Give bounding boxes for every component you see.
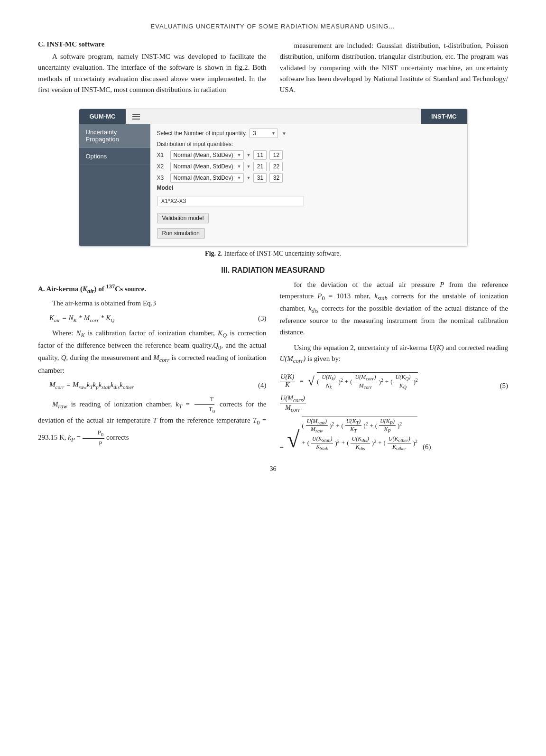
x1-n2[interactable]: 12 (269, 150, 283, 160)
sw-body: Uncertainty Propagation Options Select t… (79, 124, 467, 246)
eq4-number: (4) (258, 381, 267, 389)
model-input-row: X1*X2-X3 (157, 194, 461, 208)
dist-label-row: Distribution of input quantities: (157, 141, 461, 148)
qty-dropdown[interactable]: 3 (250, 129, 278, 138)
x3-row: X3 Normal (Mean, StdDev) ▼ 31 32 (157, 173, 461, 183)
dist-label: Distribution of input quantities: (157, 141, 233, 148)
x1-row: X1 Normal (Mean, StdDev) ▼ 11 12 (157, 150, 461, 160)
left-intro-text: A software program, namely INST-MC was d… (38, 51, 267, 95)
x2-select-wrap: Normal (Mean, StdDev) (170, 162, 244, 171)
sw-header: GUM-MC INST-MC (79, 109, 467, 124)
x3-n2[interactable]: 32 (269, 173, 283, 183)
x3-n1[interactable]: 31 (253, 173, 267, 183)
section-3-label: III. RADIATION MEASURAND (221, 266, 324, 274)
equation-3: Kair = NK * Mcorr * KQ (49, 314, 114, 323)
right-para-2: Using the equation 2, uncertainty of air… (280, 342, 509, 366)
sw-sidebar: Uncertainty Propagation Options (79, 124, 150, 246)
right-intro-col: measurement are included: Gaussian distr… (280, 40, 509, 95)
right-para-1: for the deviation of the actual air pres… (280, 279, 509, 338)
x1-dist-select[interactable]: Normal (Mean, StdDev) (170, 150, 244, 160)
eq6-rhs: = √ ( U(Mraw) Mraw )2 + ( (280, 416, 509, 452)
page-header: EVALUATING UNCERTAINTY OF SOME RADIATION… (38, 23, 508, 30)
figure-caption: Fig. 2. Interface of INST-MC uncertainty… (205, 250, 341, 258)
x1-label: X1 (157, 152, 167, 158)
para-where: Where: NK is calibration factor of ioniz… (38, 328, 267, 376)
x1-dropdown-icon: ▼ (247, 153, 251, 157)
x3-select-wrap: Normal (Mean, StdDev) (170, 173, 244, 183)
validation-model-button[interactable]: Validation model (157, 213, 209, 223)
eq5-number: (5) (500, 382, 509, 390)
para-air-kerma-intro: The air-kerma is obtained from Eq.3 (38, 298, 267, 309)
equation-3-block: Kair = NK * Mcorr * KQ (3) (49, 314, 267, 323)
left-col: A. Air-kerma (Kair) of 137Cs source. The… (38, 279, 267, 451)
run-btn-row: Run simulation (157, 226, 461, 239)
validation-btn-row: Validation model (157, 211, 461, 223)
model-label-row: Model (157, 184, 461, 191)
sw-middle-area (126, 109, 421, 124)
x2-dropdown-icon: ▼ (247, 164, 251, 169)
model-label: Model (157, 184, 174, 191)
sidebar-item-label-1: Options (86, 153, 107, 160)
select-input-quantity-row: Select the Number of input quantity 3 ▼ (157, 129, 461, 138)
para-mraw: Mraw is reading of ionization chamber, k… (38, 395, 267, 448)
section-c-heading: C. INST-MC software (38, 40, 267, 48)
x2-n1[interactable]: 21 (253, 162, 267, 171)
section-3-title: III. RADIATION MEASURAND (38, 266, 508, 275)
equation-4-block: Mcorr = MrawkTkpkstabkdiskother (4) (49, 381, 267, 390)
header-title: EVALUATING UNCERTAINTY OF SOME RADIATION… (151, 23, 396, 30)
page: EVALUATING UNCERTAINTY OF SOME RADIATION… (0, 0, 546, 756)
fig-caption-rest: . Interface of INST-MC uncertainty softw… (221, 250, 341, 257)
sidebar-options[interactable]: Options (79, 148, 150, 165)
equation-5-container: U(K)K = √ ( U(Nk) Nk )2 + ( (280, 372, 509, 390)
dropdown-arrow-icon: ▼ (282, 131, 287, 136)
left-intro-col: C. INST-MC software A software program, … (38, 40, 267, 95)
x2-dist-select[interactable]: Normal (Mean, StdDev) (170, 162, 244, 171)
sidebar-uncertainty-propagation[interactable]: Uncertainty Propagation (79, 124, 150, 148)
sidebar-item-label-0: Uncertainty Propagation (86, 129, 119, 143)
subsection-a-heading: A. Air-kerma (Kair) of 137Cs source. (38, 283, 267, 295)
page-num-label: 36 (270, 465, 277, 472)
x1-select-wrap: Normal (Mean, StdDev) (170, 150, 244, 160)
eq6-lhs-frac: U(Mcorr) Mcorr (280, 395, 306, 413)
equation-6-block: U(Mcorr) Mcorr = √ ( U(Mraw) Mra (280, 395, 509, 451)
right-intro-text: measurement are included: Gaussian distr… (280, 40, 509, 95)
qty-dropdown-wrap: 3 (250, 129, 278, 138)
eq6-container: U(Mcorr) Mcorr (280, 395, 509, 413)
inst-mc-tab[interactable]: INST-MC (421, 109, 467, 124)
main-content: A. Air-kerma (Kair) of 137Cs source. The… (38, 279, 508, 451)
software-ui: GUM-MC INST-MC Uncertainty Propagation (79, 109, 468, 247)
x1-n1[interactable]: 11 (253, 150, 267, 160)
fig-caption-bold: Fig. 2 (205, 250, 221, 257)
gum-mc-tab[interactable]: GUM-MC (79, 109, 126, 124)
equation-5: U(K)K = √ ( U(Nk) Nk )2 + ( (280, 372, 418, 390)
select-qty-label: Select the Number of input quantity (157, 130, 246, 137)
x2-label: X2 (157, 163, 167, 170)
model-input[interactable]: X1*X2-X3 (157, 196, 304, 206)
inst-mc-label: INST-MC (431, 113, 456, 120)
hamburger-icon[interactable] (132, 114, 140, 120)
x3-dist-select[interactable]: Normal (Mean, StdDev) (170, 173, 244, 183)
x2-n2[interactable]: 22 (269, 162, 283, 171)
x3-dropdown-icon: ▼ (247, 175, 251, 180)
figure-2-container: GUM-MC INST-MC Uncertainty Propagation (38, 109, 508, 258)
eq3-number: (3) (258, 314, 267, 323)
sw-main-content: Select the Number of input quantity 3 ▼ … (150, 124, 467, 246)
x3-label: X3 (157, 175, 167, 181)
run-simulation-button[interactable]: Run simulation (157, 228, 205, 239)
x2-row: X2 Normal (Mean, StdDev) ▼ 21 22 (157, 162, 461, 171)
intro-section: C. INST-MC software A software program, … (38, 40, 508, 95)
right-col: for the deviation of the actual air pres… (280, 279, 509, 451)
gum-mc-label: GUM-MC (90, 113, 116, 120)
equation-4: Mcorr = MrawkTkpkstabkdiskother (49, 381, 134, 390)
page-number: 36 (38, 465, 508, 473)
